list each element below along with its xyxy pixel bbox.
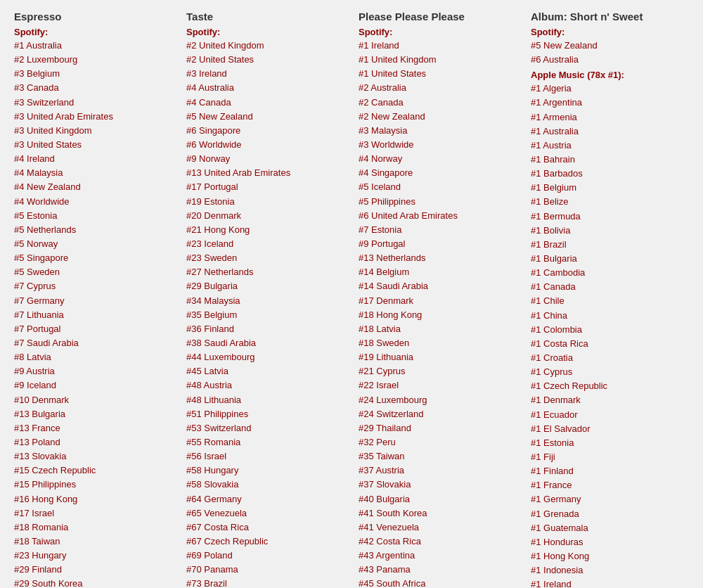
entry-1-0-17: #29 Bulgaria [186, 279, 344, 293]
entry-3-1-22: #1 Denmark [531, 393, 689, 407]
entry-1-0-7: #6 Worldwide [186, 138, 344, 152]
entry-0-0-27: #13 France [14, 421, 172, 435]
entry-0-0-30: #15 Czech Republic [14, 464, 172, 478]
entry-2-0-17: #14 Saudi Arabia [359, 279, 517, 293]
entry-2-0-38: #45 South Africa [359, 577, 517, 588]
entry-0-0-29: #13 Slovakia [14, 449, 172, 464]
entry-1-0-25: #48 Lithuania [186, 393, 344, 407]
entry-0-0-18: #7 Germany [14, 294, 172, 308]
entry-2-0-18: #17 Denmark [359, 294, 517, 308]
column-0: EspressoSpotify:#1 Australia#2 Luxembour… [7, 7, 179, 588]
entry-3-1-15: #1 Chile [531, 294, 689, 308]
entry-1-0-30: #58 Hungary [186, 464, 344, 478]
entry-0-0-38: #29 South Korea [14, 577, 172, 588]
entry-3-1-23: #1 Ecuador [531, 408, 689, 422]
entry-3-1-27: #1 Finland [531, 464, 689, 478]
entry-3-1-18: #1 Costa Rica [531, 337, 689, 351]
entry-1-0-18: #34 Malaysia [186, 294, 344, 308]
entry-3-1-28: #1 France [531, 478, 689, 492]
entry-3-1-1: #1 Argentina [531, 96, 689, 110]
entry-1-0-27: #53 Switzerland [186, 421, 344, 435]
entry-3-0-0: #5 New Zealand [531, 39, 689, 53]
entry-0-0-12: #5 Estonia [14, 209, 172, 223]
entry-3-1-33: #1 Hong Kong [531, 549, 689, 563]
section-label-3-1: Apple Music (78x #1): [531, 70, 689, 80]
section-label-1-0: Spotify: [186, 27, 344, 37]
entry-0-0-14: #5 Norway [14, 237, 172, 251]
entry-1-0-9: #13 United Arab Emirates [186, 166, 344, 180]
entry-0-0-25: #10 Denmark [14, 393, 172, 407]
entry-2-0-26: #24 Switzerland [359, 407, 517, 421]
entry-0-0-16: #5 Sweden [14, 265, 172, 279]
entry-2-0-31: #37 Slovakia [359, 478, 517, 492]
entry-1-0-4: #4 Canada [186, 96, 344, 110]
entry-0-0-28: #13 Poland [14, 435, 172, 449]
entry-0-0-31: #15 Philippines [14, 478, 172, 492]
entry-1-0-35: #67 Czech Republic [186, 535, 344, 549]
entry-2-0-30: #37 Austria [359, 464, 517, 478]
entry-0-0-33: #17 Israel [14, 506, 172, 520]
entry-2-0-21: #18 Sweden [359, 336, 517, 350]
entry-0-0-2: #3 Belgium [14, 67, 172, 81]
entry-1-0-33: #65 Venezuela [186, 506, 344, 520]
entry-1-0-23: #45 Latvia [186, 364, 344, 378]
entry-2-0-33: #41 South Korea [359, 506, 517, 520]
entry-3-1-31: #1 Guatemala [531, 521, 689, 535]
entry-2-0-15: #13 Netherlands [359, 251, 517, 265]
column-3: Album: Short n' SweetSpotify:#5 New Zeal… [524, 7, 696, 588]
entry-2-0-8: #4 Norway [359, 152, 517, 166]
entry-1-0-1: #2 United States [186, 53, 344, 67]
entry-3-0-1: #6 Australia [531, 53, 689, 67]
entry-0-0-17: #7 Cyprus [14, 279, 172, 293]
entry-0-0-10: #4 New Zealand [14, 180, 172, 194]
entry-0-0-13: #5 Netherlands [14, 223, 172, 237]
entry-0-0-8: #4 Ireland [14, 152, 172, 166]
entry-1-0-3: #4 Australia [186, 81, 344, 95]
entry-3-1-13: #1 Cambodia [531, 266, 689, 280]
entry-2-0-1: #1 United Kingdom [359, 53, 517, 67]
entry-2-0-9: #4 Singapore [359, 166, 517, 180]
entry-2-0-27: #29 Thailand [359, 421, 517, 435]
entry-2-0-12: #6 United Arab Emirates [359, 209, 517, 223]
entry-1-0-14: #23 Iceland [186, 237, 344, 251]
entry-2-0-29: #35 Taiwan [359, 449, 517, 464]
entry-1-0-37: #70 Panama [186, 563, 344, 577]
entry-0-0-22: #8 Latvia [14, 350, 172, 364]
entry-1-0-6: #6 Singapore [186, 124, 344, 138]
column-header-0: Espresso [14, 11, 172, 23]
entry-2-0-0: #1 Ireland [359, 39, 517, 53]
entry-2-0-35: #42 Costa Rica [359, 535, 517, 549]
entry-3-1-20: #1 Cyprus [531, 365, 689, 379]
entry-0-0-26: #13 Bulgaria [14, 407, 172, 421]
entry-1-0-21: #38 Saudi Arabia [186, 336, 344, 350]
entry-0-0-15: #5 Singapore [14, 251, 172, 265]
entry-2-0-3: #2 Australia [359, 81, 517, 95]
entry-3-1-25: #1 Estonia [531, 436, 689, 450]
entry-3-1-26: #1 Fiji [531, 450, 689, 464]
entry-3-1-6: #1 Barbados [531, 167, 689, 181]
column-header-1: Taste [186, 11, 344, 23]
section-label-0-0: Spotify: [14, 27, 172, 37]
entry-3-1-32: #1 Honduras [531, 535, 689, 549]
entry-0-0-24: #9 Iceland [14, 378, 172, 392]
entry-2-0-5: #2 New Zealand [359, 110, 517, 124]
entry-0-0-7: #3 United States [14, 138, 172, 152]
entry-2-0-22: #19 Lithuania [359, 350, 517, 364]
entry-3-1-17: #1 Colombia [531, 323, 689, 337]
entry-2-0-19: #18 Hong Kong [359, 308, 517, 322]
entry-1-0-10: #17 Portugal [186, 180, 344, 194]
entry-2-0-16: #14 Belgium [359, 265, 517, 279]
entry-2-0-36: #43 Argentina [359, 549, 517, 563]
entry-0-0-21: #7 Saudi Arabia [14, 336, 172, 350]
entry-1-0-31: #58 Slovakia [186, 478, 344, 492]
entry-0-0-0: #1 Australia [14, 39, 172, 53]
entry-3-1-0: #1 Algeria [531, 82, 689, 96]
entry-1-0-0: #2 United Kingdom [186, 39, 344, 53]
entry-3-1-21: #1 Czech Republic [531, 379, 689, 393]
entry-1-0-5: #5 New Zealand [186, 110, 344, 124]
entry-2-0-6: #3 Malaysia [359, 124, 517, 138]
entry-1-0-34: #67 Costa Rica [186, 520, 344, 535]
entry-0-0-5: #3 United Arab Emirates [14, 110, 172, 124]
entry-2-0-23: #21 Cyprus [359, 364, 517, 378]
entry-3-1-35: #1 Ireland [531, 577, 689, 588]
